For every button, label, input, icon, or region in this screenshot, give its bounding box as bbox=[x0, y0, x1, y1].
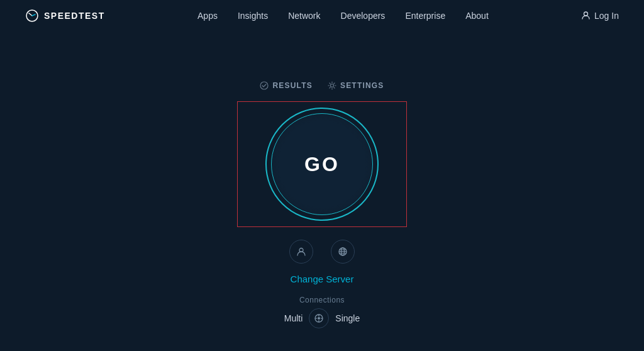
user-login-icon bbox=[581, 11, 591, 20]
svg-point-11 bbox=[318, 317, 320, 320]
settings-icon bbox=[328, 81, 336, 90]
single-label: Single bbox=[335, 313, 360, 323]
svg-point-2 bbox=[260, 82, 268, 89]
nav-item-enterprise[interactable]: Enterprise bbox=[405, 10, 445, 21]
nav-item-developers[interactable]: Developers bbox=[341, 10, 386, 21]
toolbar: RESULTS SETTINGS bbox=[260, 81, 384, 90]
change-server-label: Change Server bbox=[291, 274, 354, 284]
user-icon-button[interactable] bbox=[289, 240, 313, 264]
settings-button[interactable]: SETTINGS bbox=[328, 81, 384, 90]
connections-label: Connections bbox=[299, 296, 345, 304]
brand-logo: SPEEDTEST bbox=[25, 9, 105, 23]
go-label: GO bbox=[304, 153, 340, 176]
nav-item-about[interactable]: About bbox=[465, 10, 489, 21]
login-label: Log In bbox=[594, 11, 619, 21]
server-icons-row bbox=[289, 240, 355, 264]
nav-links: Apps Insights Network Developers Enterpr… bbox=[197, 10, 489, 21]
svg-point-1 bbox=[584, 12, 588, 16]
svg-point-3 bbox=[330, 84, 333, 87]
speedtest-logo-icon bbox=[25, 9, 39, 23]
multi-label: Multi bbox=[284, 313, 303, 323]
connections-toggle: Multi Single bbox=[284, 308, 360, 328]
main-content: RESULTS SETTINGS GO bbox=[0, 31, 644, 328]
navbar: SPEEDTEST Apps Insights Network Develope… bbox=[0, 0, 644, 31]
nav-item-apps[interactable]: Apps bbox=[197, 10, 218, 21]
globe-icon-button[interactable] bbox=[331, 240, 355, 264]
settings-label: SETTINGS bbox=[340, 81, 384, 90]
person-icon bbox=[296, 247, 306, 257]
change-server-button[interactable]: Change Server bbox=[291, 274, 354, 284]
go-ring-outer: GO bbox=[265, 108, 379, 221]
brand-name: SPEEDTEST bbox=[44, 11, 105, 21]
nav-item-network[interactable]: Network bbox=[288, 10, 320, 21]
results-label: RESULTS bbox=[272, 81, 313, 90]
connections-area: Connections Multi Single bbox=[284, 296, 360, 328]
nav-item-insights[interactable]: Insights bbox=[238, 10, 268, 21]
results-icon bbox=[260, 81, 269, 90]
toggle-icon bbox=[314, 313, 324, 323]
go-area: GO bbox=[237, 101, 407, 227]
globe-icon bbox=[338, 247, 348, 257]
connections-toggle-button[interactable] bbox=[309, 308, 329, 328]
results-button[interactable]: RESULTS bbox=[260, 81, 313, 90]
go-button[interactable]: GO bbox=[271, 113, 373, 215]
login-button[interactable]: Log In bbox=[581, 11, 619, 21]
